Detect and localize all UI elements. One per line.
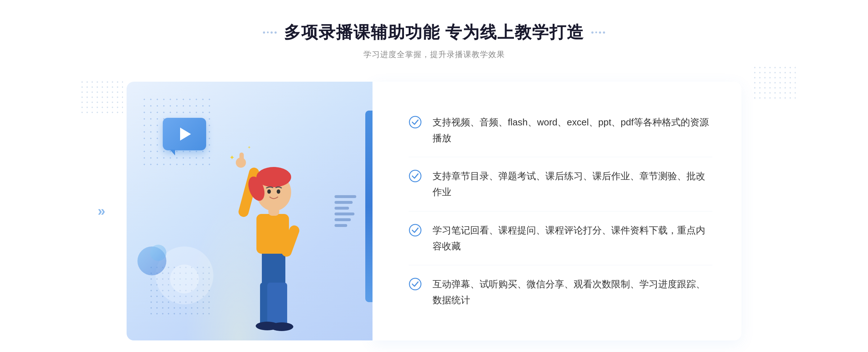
check-icon-2 [409, 169, 422, 183]
feature-text-2: 支持章节目录、弹题考试、课后练习、课后作业、章节测验、批改作业 [433, 168, 712, 200]
dot-3 [271, 31, 273, 34]
svg-text:✦: ✦ [247, 145, 251, 150]
dot-2 [267, 31, 269, 33]
feature-text-3: 学习笔记回看、课程提问、课程评论打分、课件资料下载，重点内容收藏 [433, 222, 712, 254]
illustration-panel: ✦ ✦ [127, 82, 373, 341]
feature-item-2: 支持章节目录、弹题考试、课后练习、课后作业、章节测验、批改作业 [409, 157, 712, 211]
header-decorators: 多项录播课辅助功能 专为线上教学打造 [263, 22, 605, 43]
feature-item-4: 互动弹幕、试听购买、微信分享、观看次数限制、学习进度跟踪、数据统计 [409, 265, 712, 319]
svg-point-13 [277, 189, 280, 194]
character-figure: ✦ ✦ [215, 138, 331, 340]
left-chevron-deco: » [98, 203, 102, 219]
play-triangle-icon [180, 128, 191, 141]
blue-vertical-bar [365, 111, 373, 302]
svg-point-4 [270, 322, 293, 331]
dot-5 [591, 31, 593, 34]
main-title: 多项录播课辅助功能 专为线上教学打造 [284, 22, 584, 43]
header-section: 多项录播课辅助功能 专为线上教学打造 学习进度全掌握，提升录播课教学效果 [263, 22, 605, 60]
svg-point-20 [409, 224, 421, 236]
check-icon-4 [409, 278, 422, 291]
feature-item-3: 学习笔记回看、课程提问、课程评论打分、课件资料下载，重点内容收藏 [409, 211, 712, 265]
decorator-dots-right [591, 31, 605, 34]
feature-item-1: 支持视频、音频、flash、word、excel、ppt、pdf等各种格式的资源… [409, 103, 712, 157]
decorator-dots-left [263, 31, 277, 34]
svg-point-21 [409, 278, 421, 290]
dot-7 [599, 31, 601, 34]
bg-deco-dots-left [80, 80, 123, 116]
svg-point-12 [267, 189, 271, 194]
dot-4 [275, 31, 277, 34]
blue-circle-deco-2 [150, 245, 166, 261]
bars-decoration [335, 195, 356, 227]
feature-text-1: 支持视频、音频、flash、word、excel、ppt、pdf等各种格式的资源… [433, 114, 712, 146]
features-panel: 支持视频、音频、flash、word、excel、ppt、pdf等各种格式的资源… [373, 82, 741, 341]
subtitle: 学习进度全掌握，提升录播课教学效果 [263, 49, 605, 60]
dot-8 [603, 31, 605, 34]
svg-point-18 [409, 116, 421, 128]
feature-text-4: 互动弹幕、试听购买、微信分享、观看次数限制、学习进度跟踪、数据统计 [433, 276, 712, 308]
check-icon-3 [409, 224, 422, 237]
svg-rect-2 [267, 283, 287, 326]
content-area: » [127, 82, 741, 341]
svg-rect-15 [239, 153, 244, 165]
page-wrapper: 多项录播课辅助功能 专为线上教学打造 学习进度全掌握，提升录播课教学效果 » [0, 0, 868, 352]
play-bubble [163, 118, 206, 150]
bg-deco-dots-right [752, 65, 796, 101]
dot-1 [263, 31, 265, 34]
svg-text:✦: ✦ [229, 154, 235, 161]
svg-point-19 [409, 170, 421, 182]
check-icon-1 [409, 116, 422, 129]
dot-6 [595, 31, 597, 33]
